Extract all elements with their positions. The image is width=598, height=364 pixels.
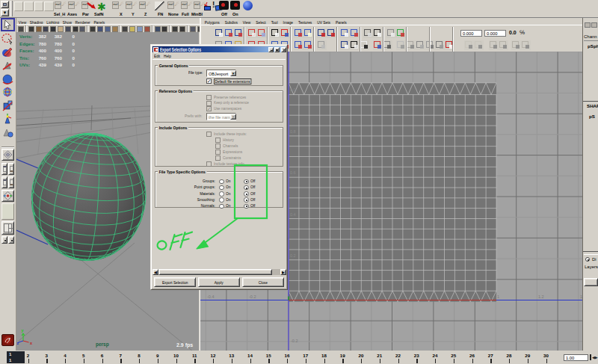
svg-text:0.4: 0.4: [290, 212, 296, 217]
svg-text:0.6: 0.6: [290, 170, 296, 175]
svg-text:2.9 fps: 2.9 fps: [176, 342, 193, 348]
svg-text:z: z: [17, 341, 19, 345]
svg-text:-0.2: -0.2: [291, 339, 298, 343]
svg-text:1.2: 1.2: [538, 294, 544, 299]
svg-text:1.0: 1.0: [290, 87, 296, 92]
svg-text:-0.2: -0.2: [249, 294, 256, 299]
svg-text:0.2: 0.2: [290, 253, 296, 258]
svg-text:-0.4: -0.4: [207, 294, 214, 299]
svg-text:persp: persp: [96, 342, 109, 348]
svg-text:0.8: 0.8: [290, 129, 296, 134]
svg-text:1: 1: [497, 294, 499, 299]
